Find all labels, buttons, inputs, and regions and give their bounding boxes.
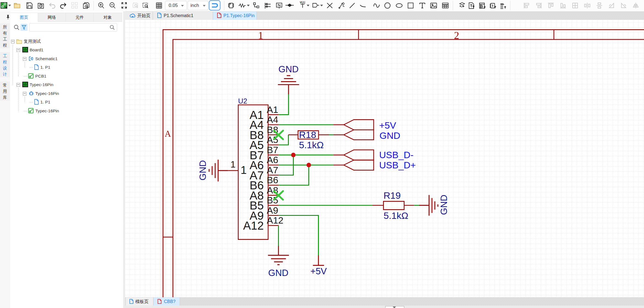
svg-text:5.1kΩ: 5.1kΩ xyxy=(299,140,324,150)
svg-text:R19: R19 xyxy=(384,190,401,201)
svg-text:1: 1 xyxy=(241,164,247,176)
svg-text:GND: GND xyxy=(198,160,208,180)
svg-text:A12: A12 xyxy=(267,215,284,225)
svg-text:GND: GND xyxy=(439,195,449,215)
svg-text:USB_D-: USB_D- xyxy=(379,150,414,160)
svg-text:A12: A12 xyxy=(243,219,264,232)
svg-text:A: A xyxy=(165,129,171,139)
svg-text:GND: GND xyxy=(379,130,400,141)
svg-text:GND: GND xyxy=(278,64,298,74)
svg-text:1: 1 xyxy=(230,159,236,169)
svg-text:VCC: VCC xyxy=(300,1,305,4)
svg-text:R18: R18 xyxy=(299,129,316,140)
svg-text:B6: B6 xyxy=(267,175,278,185)
svg-text:5.1kΩ: 5.1kΩ xyxy=(384,210,408,221)
svg-text:1: 1 xyxy=(258,30,263,41)
svg-text:U2: U2 xyxy=(238,97,247,105)
svg-text:A6: A6 xyxy=(267,155,278,165)
svg-text:USB_D+: USB_D+ xyxy=(379,160,416,170)
svg-text:2: 2 xyxy=(454,30,459,41)
svg-text:A9: A9 xyxy=(267,205,278,216)
svg-text:GND: GND xyxy=(268,268,288,278)
svg-text:+5V: +5V xyxy=(310,266,327,276)
svg-text:B7: B7 xyxy=(267,145,278,155)
svg-text:+5V: +5V xyxy=(379,120,396,131)
svg-text:A1: A1 xyxy=(267,104,278,115)
svg-text:A7: A7 xyxy=(267,165,278,175)
svg-text:A4: A4 xyxy=(267,114,278,125)
